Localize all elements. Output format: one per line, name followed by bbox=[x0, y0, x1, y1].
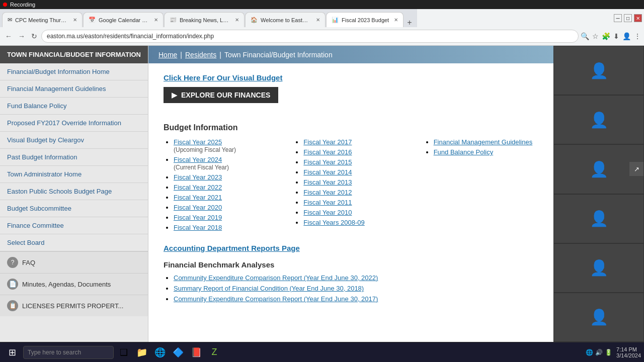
explore-finances-button[interactable]: ▶ EXPLORE OUR FINANCES bbox=[164, 87, 278, 103]
list-item: Fiscal Year 2012 bbox=[303, 189, 408, 196]
list-item: Summary Report of Financial Condition (Y… bbox=[174, 285, 538, 292]
sidebar-bottom-faq[interactable]: ?FAQ bbox=[0, 251, 148, 273]
sidebar-item-fy2017-override[interactable]: Proposed FY2017 Override Information bbox=[0, 115, 148, 132]
fiscal-link[interactable]: Fiscal Year 2011 bbox=[303, 199, 352, 206]
accounting-link[interactable]: Accounting Department Reports Page bbox=[164, 244, 538, 252]
sidebar-item-past-budget[interactable]: Past Budget Information bbox=[0, 149, 148, 166]
video-feed-0: 👤 bbox=[553, 46, 644, 95]
fiscal-link[interactable]: Fiscal Year 2014 bbox=[303, 168, 352, 176]
url-text: easton.ma.us/easton/residents/financial_… bbox=[47, 33, 214, 40]
sidebar-item-town-admin-home[interactable]: Town Administrator Home bbox=[0, 166, 148, 183]
person-icon: 👤 bbox=[590, 210, 608, 227]
fiscal-link[interactable]: Fiscal Year 2019 bbox=[174, 214, 222, 221]
sidebar-item-financial-guidelines[interactable]: Financial Management Guidelines bbox=[0, 80, 148, 98]
bookmark-icon[interactable]: ☆ bbox=[592, 32, 599, 40]
fiscal-link[interactable]: Fiscal Year 2015 bbox=[303, 158, 352, 166]
fiscal-link[interactable]: Fiscal Year 2023 bbox=[174, 173, 222, 181]
fiscal-link[interactable]: Fiscal Year 2022 bbox=[174, 184, 222, 191]
sidebar-item-financial-home[interactable]: Financial/Budget Information Home bbox=[0, 63, 148, 80]
sidebar-item-schools-budget[interactable]: Easton Public Schools Budget Page bbox=[0, 183, 148, 200]
sys-tray: 🌐 🔊 🔋 bbox=[586, 349, 612, 356]
fiscal-link[interactable]: Fiscal Year 2010 bbox=[303, 209, 352, 216]
breadcrumb-current: Town Financial/Budget Information bbox=[224, 51, 333, 59]
visual-budget-link[interactable]: Click Here For Our Visual Budget bbox=[164, 73, 538, 82]
reload-button[interactable]: ↻ bbox=[29, 31, 39, 41]
tab-close-icon[interactable]: ✕ bbox=[394, 17, 398, 23]
taskbar-chrome[interactable]: 🌐 bbox=[152, 344, 168, 360]
tab-close-icon[interactable]: ✕ bbox=[154, 17, 158, 23]
taskbar-edge[interactable]: 🔷 bbox=[170, 344, 186, 360]
benchmark-link[interactable]: Community Expenditure Comparison Report … bbox=[174, 295, 378, 303]
tab-close-icon[interactable]: ✕ bbox=[235, 17, 239, 23]
start-button[interactable]: ⊞ bbox=[3, 343, 21, 361]
video-img: 👤 bbox=[554, 195, 643, 243]
policy-link[interactable]: Financial Management Guidelines bbox=[434, 138, 533, 146]
new-tab-button[interactable]: + bbox=[404, 18, 415, 27]
close-button[interactable]: ✕ bbox=[634, 14, 642, 22]
download-icon[interactable]: ⬇ bbox=[613, 32, 619, 40]
tab-favicon: 📊 bbox=[332, 17, 339, 23]
browser-tab-tab1[interactable]: ✉CPC Meeting Thursday March...✕ bbox=[2, 12, 83, 27]
search-icon[interactable]: 🔍 bbox=[581, 32, 589, 40]
sidebar-bottom-minutes[interactable]: 📄Minutes, Agendas, Documents bbox=[0, 273, 148, 295]
person-icon: 👤 bbox=[590, 259, 608, 277]
tab-close-icon[interactable]: ✕ bbox=[316, 17, 320, 23]
list-item: Fiscal Year 2015 bbox=[303, 158, 408, 166]
taskbar-task-view[interactable]: ❑ bbox=[116, 344, 132, 360]
browser-tab-tab3[interactable]: 📰Breaking News, Latest News ...✕ bbox=[164, 12, 245, 27]
fiscal-link[interactable]: Fiscal Year 2020 bbox=[174, 204, 222, 211]
fiscal-link[interactable]: Fiscal Year 2024 bbox=[174, 156, 222, 163]
window-controls: ─ □ ✕ bbox=[612, 9, 644, 27]
browser-tab-tab2[interactable]: 📅Google Calendar - Week of M...✕ bbox=[83, 12, 164, 27]
address-bar[interactable]: easton.ma.us/easton/residents/financial_… bbox=[41, 30, 579, 43]
bottom-item-label: FAQ bbox=[22, 259, 35, 266]
benchmark-link[interactable]: Community Expenditure Comparison Report … bbox=[174, 274, 378, 282]
breadcrumb-home[interactable]: Home bbox=[158, 51, 177, 59]
policy-col: Financial Management GuidelinesFund Bala… bbox=[424, 138, 538, 234]
breadcrumb-residents[interactable]: Residents bbox=[185, 51, 216, 59]
network-icon[interactable]: 🌐 bbox=[586, 349, 593, 356]
person-icon: 👤 bbox=[590, 62, 608, 79]
explore-icon: ▶ bbox=[172, 91, 177, 99]
fiscal-link[interactable]: Fiscal Year 2017 bbox=[303, 138, 352, 146]
battery-icon[interactable]: 🔋 bbox=[605, 349, 612, 356]
fiscal-link[interactable]: Fiscal Year 2012 bbox=[303, 189, 352, 196]
tab-close-icon[interactable]: ✕ bbox=[73, 17, 77, 23]
fiscal-link[interactable]: Fiscal Year 2021 bbox=[174, 194, 222, 201]
list-item: Fiscal Year 2014 bbox=[303, 168, 408, 176]
extensions-icon[interactable]: 🧩 bbox=[602, 32, 610, 40]
sidebar-item-fund-balance-policy[interactable]: Fund Balance Policy bbox=[0, 98, 148, 115]
sidebar-item-visual-budget-cleargov[interactable]: Visual Budget by Cleargov bbox=[0, 132, 148, 149]
video-feed-2: 👤↗ bbox=[553, 144, 644, 194]
more-icon[interactable]: ⋮ bbox=[634, 32, 641, 40]
profile-icon[interactable]: 👤 bbox=[622, 32, 631, 40]
taskbar-app[interactable]: Z bbox=[206, 344, 222, 360]
forward-button[interactable]: → bbox=[16, 31, 27, 41]
taskbar-pdf[interactable]: 📕 bbox=[188, 344, 204, 360]
taskbar-explorer[interactable]: 📁 bbox=[134, 344, 150, 360]
policy-link[interactable]: Fund Balance Policy bbox=[434, 148, 494, 156]
sidebar-item-select-board[interactable]: Select Board bbox=[0, 234, 148, 251]
maximize-button[interactable]: □ bbox=[624, 14, 632, 22]
browser-tab-tab4[interactable]: 🏠Welcome to Easton, MA✕ bbox=[245, 12, 326, 27]
fiscal-link[interactable]: Fiscal Year 2018 bbox=[174, 224, 222, 231]
minimize-button[interactable]: ─ bbox=[614, 14, 622, 22]
share-button[interactable]: ↗ bbox=[629, 162, 643, 176]
taskbar-search[interactable]: Type here to search bbox=[23, 346, 114, 359]
back-button[interactable]: ← bbox=[3, 31, 14, 41]
fiscal-link[interactable]: Fiscal Year 2025 bbox=[174, 138, 222, 146]
sidebar-item-finance-committee[interactable]: Finance Committee bbox=[0, 217, 148, 234]
fiscal-link[interactable]: Fiscal Year 2016 bbox=[303, 148, 352, 156]
fiscal-link[interactable]: Fiscal Year 2013 bbox=[303, 178, 352, 186]
list-item: Financial Management Guidelines bbox=[434, 138, 538, 146]
sidebar: TOWN FINANCIAL/BUDGET INFORMATION Financ… bbox=[0, 46, 148, 342]
right-panel: 👤👤👤↗👤👤👤 bbox=[553, 46, 644, 342]
fiscal-link[interactable]: Fiscal Years 2008-09 bbox=[303, 219, 364, 226]
volume-icon[interactable]: 🔊 bbox=[595, 349, 603, 356]
sidebar-item-budget-subcommittee[interactable]: Budget Subcommittee bbox=[0, 200, 148, 217]
benchmark-link[interactable]: Summary Report of Financial Condition (Y… bbox=[174, 285, 364, 292]
browser-tab-tab5[interactable]: 📊Fiscal 2023 Budget✕ bbox=[326, 12, 404, 27]
breadcrumb: Home | Residents | Town Financial/Budget… bbox=[148, 46, 553, 63]
list-item: Fiscal Year 2016 bbox=[303, 148, 408, 156]
sidebar-bottom-licenses[interactable]: 📋LICENSES PERMITS PROPERT... bbox=[0, 295, 148, 316]
